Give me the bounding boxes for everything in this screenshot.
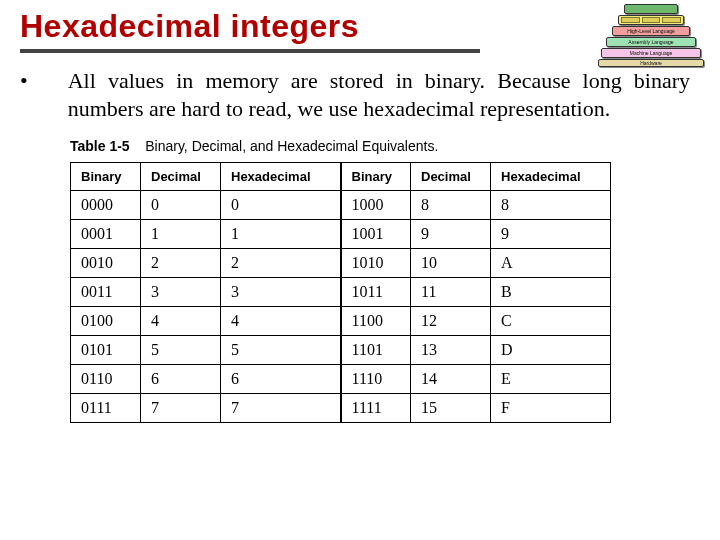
title-underline [20, 49, 480, 53]
cell-binary: 0100 [71, 307, 141, 336]
cell-binary: 1010 [341, 249, 411, 278]
cell-decimal: 1 [141, 220, 221, 249]
cell-hex: 0 [221, 191, 341, 220]
cell-binary: 1000 [341, 191, 411, 220]
cell-decimal: 11 [411, 278, 491, 307]
equivalents-table: Binary Decimal Hexadecimal Binary Decima… [70, 162, 611, 423]
cell-hex: 9 [491, 220, 611, 249]
cell-decimal: 13 [411, 336, 491, 365]
cell-decimal: 3 [141, 278, 221, 307]
cell-hex: B [491, 278, 611, 307]
cell-decimal: 4 [141, 307, 221, 336]
cell-decimal: 7 [141, 394, 221, 423]
table-row: 001133101111B [71, 278, 611, 307]
cell-hex: D [491, 336, 611, 365]
pyramid-layer-3: High-Level Language [612, 26, 690, 36]
cell-hex: F [491, 394, 611, 423]
cell-binary: 0110 [71, 365, 141, 394]
cell-hex: 8 [491, 191, 611, 220]
cell-decimal: 12 [411, 307, 491, 336]
cell-binary: 0111 [71, 394, 141, 423]
cell-binary: 0001 [71, 220, 141, 249]
caption-label: Table 1-5 [70, 138, 130, 154]
table-row: 000000100088 [71, 191, 611, 220]
table-caption: Table 1-5 Binary, Decimal, and Hexadecim… [70, 138, 700, 154]
table-header-row: Binary Decimal Hexadecimal Binary Decima… [71, 163, 611, 191]
cell-binary: 0011 [71, 278, 141, 307]
cell-decimal: 14 [411, 365, 491, 394]
table-row: 010155110113D [71, 336, 611, 365]
cell-binary: 1011 [341, 278, 411, 307]
cell-decimal: 2 [141, 249, 221, 278]
table-row: 011066111014E [71, 365, 611, 394]
cell-decimal: 9 [411, 220, 491, 249]
pyramid-layer-6: Hardware [598, 59, 704, 67]
cell-decimal: 0 [141, 191, 221, 220]
col-decimal-1: Decimal [141, 163, 221, 191]
cell-hex: 7 [221, 394, 341, 423]
col-binary-1: Binary [71, 163, 141, 191]
cell-binary: 1100 [341, 307, 411, 336]
cell-binary: 1110 [341, 365, 411, 394]
cell-hex: 1 [221, 220, 341, 249]
cell-hex: 3 [221, 278, 341, 307]
pyramid-layer-5: Machine Language [601, 48, 701, 58]
caption-text: Binary, Decimal, and Hexadecimal Equival… [145, 138, 438, 154]
cell-binary: 0101 [71, 336, 141, 365]
bullet-marker: • [20, 67, 28, 95]
pyramid-layer-4: Assembly Language [606, 37, 696, 47]
cell-decimal: 15 [411, 394, 491, 423]
slide: High-Level Language Assembly Language Ma… [0, 0, 720, 540]
cell-hex: 2 [221, 249, 341, 278]
pyramid-layer-2 [618, 15, 684, 25]
cell-decimal: 8 [411, 191, 491, 220]
cell-decimal: 6 [141, 365, 221, 394]
table-container: Table 1-5 Binary, Decimal, and Hexadecim… [70, 138, 700, 423]
cell-decimal: 5 [141, 336, 221, 365]
cell-hex: A [491, 249, 611, 278]
table-row: 001022101010A [71, 249, 611, 278]
cell-decimal: 10 [411, 249, 491, 278]
table-row: 000111100199 [71, 220, 611, 249]
col-hex-2: Hexadecimal [491, 163, 611, 191]
abstraction-pyramid-icon: High-Level Language Assembly Language Ma… [598, 4, 704, 68]
cell-hex: 5 [221, 336, 341, 365]
cell-binary: 0000 [71, 191, 141, 220]
cell-hex: 4 [221, 307, 341, 336]
cell-hex: C [491, 307, 611, 336]
pyramid-layer-1 [624, 4, 678, 14]
cell-hex: 6 [221, 365, 341, 394]
cell-binary: 1101 [341, 336, 411, 365]
cell-hex: E [491, 365, 611, 394]
cell-binary: 0010 [71, 249, 141, 278]
table-row: 010044110012C [71, 307, 611, 336]
col-binary-2: Binary [341, 163, 411, 191]
table-body: 000000100088000111100199001022101010A001… [71, 191, 611, 423]
table-row: 011177111115F [71, 394, 611, 423]
col-hex-1: Hexadecimal [221, 163, 341, 191]
body-text: All values in memory are stored in binar… [68, 67, 690, 122]
cell-binary: 1001 [341, 220, 411, 249]
cell-binary: 1111 [341, 394, 411, 423]
bullet-item: • All values in memory are stored in bin… [20, 67, 700, 138]
col-decimal-2: Decimal [411, 163, 491, 191]
